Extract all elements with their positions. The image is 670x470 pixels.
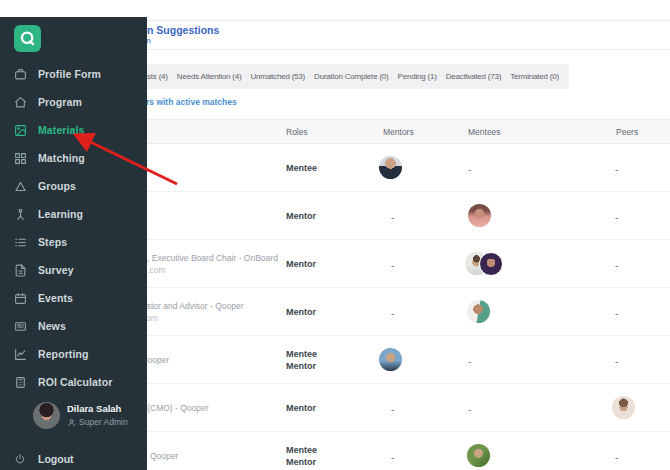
- role-label: Mentee: [286, 444, 383, 456]
- mentors-empty: -: [391, 260, 394, 271]
- table-row[interactable]: Mentor - -: [140, 192, 670, 240]
- sidebar-item-label: Steps: [38, 236, 67, 248]
- column-peers: Peers: [614, 127, 670, 137]
- profile-form-icon: [14, 68, 27, 81]
- mentors-empty: -: [391, 212, 394, 223]
- sidebar-item-label: Events: [38, 292, 73, 304]
- sidebar-item-groups[interactable]: Groups: [0, 172, 147, 200]
- run-suggestions-link[interactable]: n Suggestions: [147, 24, 219, 36]
- peer-avatar[interactable]: [612, 396, 635, 419]
- user-title: estor and Advisor - Qooper: [140, 300, 286, 312]
- user-title: Qooper: [140, 450, 286, 462]
- program-icon: [14, 96, 27, 109]
- user-title: Qooper: [140, 354, 286, 366]
- user-profile[interactable]: Dilara Salah Super Admin: [0, 398, 147, 434]
- table-row[interactable]: r (CMO) - Qooper Mentor - -: [140, 384, 670, 432]
- tab-pending[interactable]: Pending (1): [398, 72, 437, 81]
- sidebar-item-steps[interactable]: Steps: [0, 228, 147, 256]
- mentors-empty: -: [391, 308, 394, 319]
- materials-icon: [14, 124, 27, 137]
- mentees-empty: -: [468, 164, 471, 175]
- mentees-empty: -: [468, 404, 471, 415]
- app-window: n Suggestions n sts (4) Needs Attention …: [0, 0, 670, 470]
- sidebar-item-learning[interactable]: Learning: [0, 200, 147, 228]
- learning-icon: [14, 208, 27, 221]
- mentors-empty: -: [391, 404, 394, 415]
- table-row[interactable]: , Executive Board Chair - OnBoard s.com …: [140, 240, 670, 288]
- groups-icon: [14, 180, 27, 193]
- mentor-avatar[interactable]: [379, 156, 402, 179]
- tab-requests[interactable]: sts (4): [147, 72, 168, 81]
- survey-icon: [14, 264, 27, 277]
- mentee-avatar[interactable]: [479, 252, 503, 276]
- mentors-empty: -: [391, 452, 394, 463]
- role-label: Mentee: [286, 348, 383, 360]
- tab-duration-complete[interactable]: Duration Complete (0): [314, 72, 389, 81]
- role-label: Mentor: [286, 403, 316, 413]
- peers-empty: -: [615, 308, 618, 319]
- table-row[interactable]: Qooper Mentee Mentor - -: [140, 432, 670, 470]
- sidebar-item-label: Materials: [38, 124, 84, 136]
- sidebar-item-reporting[interactable]: Reporting: [0, 340, 147, 368]
- logout-label: Logout: [38, 453, 74, 465]
- peers-empty: -: [615, 164, 618, 175]
- tab-deactivated[interactable]: Deactivated (73): [446, 72, 502, 81]
- sidebar-item-label: Profile Form: [38, 68, 101, 80]
- table-header-row: Roles Mentors Mentees Peers: [140, 119, 670, 144]
- logout-button[interactable]: Logout: [0, 445, 161, 470]
- power-icon: [14, 453, 26, 465]
- sidebar: Profile Form Program Materials Matching: [0, 17, 147, 470]
- mentee-avatar[interactable]: [468, 204, 491, 227]
- column-roles: Roles: [286, 127, 383, 137]
- role-label: Mentor: [286, 259, 316, 269]
- news-icon: [14, 320, 27, 333]
- sidebar-item-matching[interactable]: Matching: [0, 144, 147, 172]
- peers-empty: -: [615, 212, 618, 223]
- sidebar-item-profile-form[interactable]: Profile Form: [0, 60, 147, 88]
- column-mentees: Mentees: [468, 127, 614, 137]
- sidebar-item-events[interactable]: Events: [0, 284, 147, 312]
- sidebar-item-materials[interactable]: Materials: [0, 116, 147, 144]
- tab-needs-attention[interactable]: Needs Attention (4): [177, 72, 242, 81]
- tab-terminated[interactable]: Terminated (0): [510, 72, 559, 81]
- peers-empty: -: [615, 260, 618, 271]
- user-email-fragment: s.com: [140, 264, 286, 276]
- mentee-avatar[interactable]: [467, 444, 490, 467]
- events-icon: [14, 292, 27, 305]
- role-label: Mentor: [286, 211, 316, 221]
- table-row[interactable]: Mentee - -: [140, 144, 670, 192]
- table-row[interactable]: Qooper Mentee Mentor - -: [140, 336, 670, 384]
- user-role: Super Admin: [67, 417, 128, 427]
- column-mentors: Mentors: [383, 127, 468, 137]
- sidebar-item-label: Reporting: [38, 348, 88, 360]
- sidebar-item-survey[interactable]: Survey: [0, 256, 147, 284]
- users-table: Roles Mentors Mentees Peers Mentee - - M…: [140, 119, 670, 470]
- user-name: Dilara Salah: [67, 403, 121, 414]
- matching-icon: [14, 152, 27, 165]
- role-label: Mentee: [286, 163, 317, 173]
- sidebar-item-news[interactable]: News: [0, 312, 147, 340]
- user-avatar: [33, 402, 60, 429]
- top-border: [146, 19, 670, 22]
- sidebar-item-program[interactable]: Program: [0, 88, 147, 116]
- sidebar-item-label: Program: [38, 96, 82, 108]
- sidebar-item-label: Matching: [38, 152, 85, 164]
- table-row[interactable]: estor and Advisor - Qooper om Mentor - -: [140, 288, 670, 336]
- sidebar-item-roi-calculator[interactable]: ROI Calculator: [0, 368, 147, 396]
- mentees-empty: -: [468, 356, 471, 367]
- mentee-avatar[interactable]: [467, 300, 490, 323]
- sidebar-item-label: Groups: [38, 180, 76, 192]
- qooper-logo[interactable]: [14, 25, 41, 52]
- peers-empty: -: [615, 452, 618, 463]
- header-divider: [146, 49, 670, 50]
- reporting-icon: [14, 348, 27, 361]
- peers-empty: -: [615, 356, 618, 367]
- tab-unmatched[interactable]: Unmatched (53): [251, 72, 306, 81]
- user-title: , Executive Board Chair - OnBoard: [140, 252, 286, 264]
- mentor-avatar[interactable]: [379, 348, 402, 371]
- sidebar-item-label: ROI Calculator: [38, 376, 112, 388]
- user-role-label: Super Admin: [79, 417, 128, 427]
- sidebar-nav: Profile Form Program Materials Matching: [0, 60, 147, 396]
- active-matches-link[interactable]: rs with active matches: [146, 97, 237, 107]
- person-icon: [67, 418, 76, 427]
